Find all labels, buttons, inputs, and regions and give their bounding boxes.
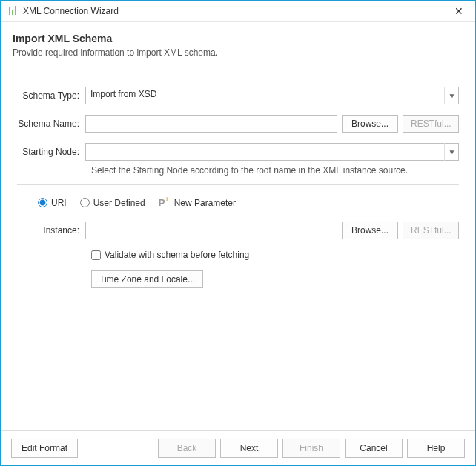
row-starting-node: Starting Node: ▼ [17,143,459,161]
chevron-down-icon[interactable]: ▼ [444,87,459,104]
schema-type-select[interactable]: Import from XSD ▼ [85,87,459,104]
schema-name-label: Schema Name: [17,119,85,129]
schema-type-label: Schema Type: [17,90,85,101]
source-mode-row: URI User Defined P+ New Parameter [38,197,459,208]
radio-user-defined-input[interactable] [80,198,90,207]
instance-browse-button[interactable]: Browse... [342,222,398,239]
starting-node-value [85,143,459,161]
app-icon [8,6,19,16]
svg-rect-1 [12,10,13,15]
row-instance: Instance: Browse... RESTful... [17,222,459,239]
tz-locale-button[interactable]: Time Zone and Locale... [91,270,203,288]
svg-rect-0 [9,7,10,15]
validate-checkbox[interactable] [91,250,101,260]
page-subtitle: Provide required information to import X… [13,47,463,58]
schema-name-browse-button[interactable]: Browse... [342,115,398,133]
radio-uri-label: URI [51,198,67,208]
wizard-content: Schema Type: Import from XSD ▼ Schema Na… [1,67,475,430]
window-title: XML Connection Wizard [23,6,450,16]
chevron-down-icon[interactable]: ▼ [444,143,459,161]
starting-node-helper: Select the Starting Node according to th… [91,165,459,176]
radio-uri[interactable]: URI [38,198,67,208]
new-parameter-link[interactable]: P+ New Parameter [159,197,236,208]
instance-label: Instance: [17,225,85,236]
row-validate: Validate with schema before fetching [91,250,459,260]
wizard-header: Import XML Schema Provide required infor… [1,22,475,67]
instance-restful-button: RESTful... [403,222,459,239]
validate-label: Validate with schema before fetching [105,250,249,260]
edit-format-button[interactable]: Edit Format [11,439,78,458]
finish-button: Finish [282,439,340,458]
wizard-footer: Edit Format Back Next Finish Cancel Help [1,430,475,465]
row-schema-name: Schema Name: Browse... RESTful... [17,115,459,133]
instance-input[interactable] [85,222,337,239]
help-button[interactable]: Help [407,439,465,458]
radio-user-defined-label: User Defined [93,198,145,208]
schema-name-input[interactable] [85,115,337,133]
starting-node-select[interactable]: ▼ [85,143,459,161]
starting-node-label: Starting Node: [17,147,85,157]
row-schema-type: Schema Type: Import from XSD ▼ [17,87,459,104]
svg-rect-2 [15,6,16,15]
radio-uri-input[interactable] [38,198,47,207]
page-title: Import XML Schema [13,33,463,44]
schema-name-restful-button: RESTful... [403,115,459,133]
close-icon[interactable]: ✕ [450,5,468,17]
new-parameter-label: New Parameter [174,198,236,208]
back-button: Back [158,439,216,458]
section-divider [17,184,459,185]
parameter-icon: P+ [159,197,169,208]
radio-user-defined[interactable]: User Defined [80,198,145,208]
titlebar: XML Connection Wizard ✕ [1,1,475,22]
schema-type-value: Import from XSD [85,87,459,104]
next-button[interactable]: Next [220,439,278,458]
row-tz-locale: Time Zone and Locale... [91,270,459,288]
cancel-button[interactable]: Cancel [345,439,403,458]
